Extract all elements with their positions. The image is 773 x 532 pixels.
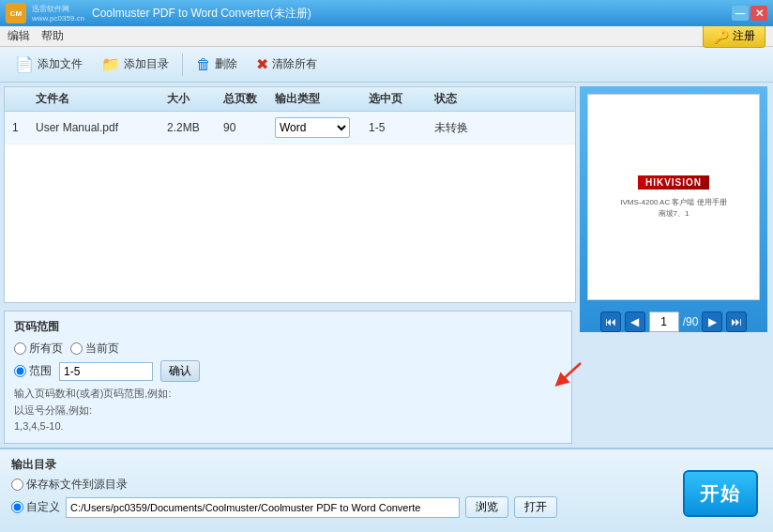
col-header-status: 状态 bbox=[427, 91, 493, 107]
range-radio-label[interactable]: 范围 bbox=[14, 363, 52, 379]
pagerange-hint: 输入页码数和(或者)页码范围,例如: 以逗号分隔,例如: 1,3,4,5-10. bbox=[14, 386, 562, 435]
pagerange-title: 页码范围 bbox=[14, 319, 562, 335]
menubar: 编辑 帮助 🔑 注册 bbox=[0, 26, 773, 47]
current-page-radio[interactable] bbox=[70, 342, 83, 355]
clear-all-button[interactable]: ✖ 清除所有 bbox=[249, 52, 325, 77]
output-dir-title: 输出目录 bbox=[11, 457, 762, 473]
delete-label: 删除 bbox=[215, 56, 237, 72]
add-file-button[interactable]: 📄 添加文件 bbox=[8, 52, 90, 77]
first-page-button[interactable]: ⏮ bbox=[600, 312, 621, 332]
file-table-panel: 文件名 大小 总页数 输出类型 选中页 状态 1 User Manual.pdf… bbox=[4, 86, 576, 303]
last-page-button[interactable]: ⏭ bbox=[726, 312, 747, 332]
col-header-pages: 总页数 bbox=[216, 91, 267, 107]
col-header-name: 文件名 bbox=[28, 91, 159, 107]
total-pages-label: /90 bbox=[683, 315, 699, 328]
delete-icon: 🗑 bbox=[196, 56, 211, 73]
all-pages-radio-label[interactable]: 所有页 bbox=[14, 341, 63, 357]
app-logo: CM bbox=[6, 3, 26, 23]
pagerange-panel: 页码范围 所有页 当前页 范围 bbox=[4, 311, 572, 444]
custom-label: 自定义 bbox=[26, 499, 60, 515]
col-header-type: 输出类型 bbox=[267, 91, 361, 107]
save-to-source-radio[interactable] bbox=[11, 479, 23, 491]
menu-help[interactable]: 帮助 bbox=[41, 28, 64, 44]
current-page-label: 当前页 bbox=[85, 341, 119, 357]
row-size: 2.2MB bbox=[159, 121, 216, 134]
next-page-button[interactable]: ▶ bbox=[702, 312, 722, 332]
toolbar-divider bbox=[182, 53, 183, 76]
register-label: 注册 bbox=[733, 28, 755, 44]
save-to-source-row: 保存标文件到源目录 bbox=[11, 477, 762, 493]
middle-row: 文件名 大小 总页数 输出类型 选中页 状态 1 User Manual.pdf… bbox=[0, 83, 773, 448]
left-panel: 文件名 大小 总页数 输出类型 选中页 状态 1 User Manual.pdf… bbox=[0, 83, 576, 448]
clear-label: 清除所有 bbox=[272, 56, 317, 72]
range-input[interactable] bbox=[59, 362, 153, 381]
file-table-header: 文件名 大小 总页数 输出类型 选中页 状态 bbox=[5, 87, 575, 112]
titlebar: CM 迅雷软件网 www.pc0359.cn Coolmuster PDF to… bbox=[0, 0, 773, 26]
delete-button[interactable]: 🗑 删除 bbox=[189, 53, 245, 77]
watermark-line2: www.pc0359.cn bbox=[32, 14, 84, 23]
pagerange-range-row: 范围 确认 bbox=[14, 360, 562, 382]
confirm-button[interactable]: 确认 bbox=[160, 360, 200, 382]
window-title: Coolmuster PDF to Word Converter(未注册) bbox=[92, 6, 732, 22]
table-row: 1 User Manual.pdf 2.2MB 90 Word Excel PP… bbox=[5, 112, 575, 144]
row-status: 未转换 bbox=[427, 120, 493, 136]
custom-radio[interactable] bbox=[11, 501, 23, 513]
minimize-button[interactable]: — bbox=[732, 6, 749, 21]
add-file-icon: 📄 bbox=[15, 55, 34, 73]
add-file-label: 添加文件 bbox=[38, 56, 83, 72]
add-folder-icon: 📁 bbox=[101, 55, 120, 73]
row-num: 1 bbox=[5, 121, 28, 134]
all-pages-label: 所有页 bbox=[29, 341, 63, 357]
hikvision-logo: HIKVISION bbox=[638, 175, 709, 190]
output-path-input[interactable] bbox=[66, 497, 460, 518]
pagerange-options-row: 所有页 当前页 bbox=[14, 341, 562, 357]
all-pages-radio[interactable] bbox=[14, 342, 26, 355]
app-window: CM 迅雷软件网 www.pc0359.cn Coolmuster PDF to… bbox=[0, 0, 773, 532]
browse-button[interactable]: 浏览 bbox=[465, 496, 508, 518]
preview-image: HIKVISION IVMS-4200 AC 客户端 使用手册 南坡7、1 bbox=[587, 94, 760, 300]
clear-icon: ✖ bbox=[256, 55, 268, 73]
col-header-num bbox=[5, 91, 28, 107]
row-pages: 90 bbox=[216, 121, 267, 134]
close-button[interactable]: ✕ bbox=[750, 6, 767, 21]
preview-panel: HIKVISION IVMS-4200 AC 客户端 使用手册 南坡7、1 ⏮ … bbox=[576, 83, 773, 448]
preview-content: HIKVISION IVMS-4200 AC 客户端 使用手册 南坡7、1 bbox=[588, 166, 759, 227]
col-header-selpage: 选中页 bbox=[361, 91, 427, 107]
preview-doc-version: 南坡7、1 bbox=[598, 208, 750, 219]
current-page-radio-label[interactable]: 当前页 bbox=[70, 341, 119, 357]
row-filename: User Manual.pdf bbox=[28, 121, 159, 134]
save-to-source-label[interactable]: 保存标文件到源目录 bbox=[11, 477, 128, 493]
col-header-size: 大小 bbox=[159, 91, 216, 107]
watermark-line1: 迅雷软件网 bbox=[32, 4, 84, 14]
open-button[interactable]: 打开 bbox=[514, 496, 557, 518]
custom-dir-row: 自定义 浏览 打开 bbox=[11, 496, 762, 518]
range-radio[interactable] bbox=[14, 365, 26, 377]
page-number-input[interactable] bbox=[649, 312, 679, 332]
output-type-select[interactable]: Word Excel PPT HTML Text bbox=[275, 117, 350, 138]
menu-edit[interactable]: 编辑 bbox=[8, 28, 30, 44]
preview-nav: ⏮ ◀ /90 ▶ ⏭ bbox=[600, 312, 748, 332]
row-type: Word Excel PPT HTML Text bbox=[267, 117, 361, 138]
toolbar: 📄 添加文件 📁 添加目录 🗑 删除 ✖ 清除所有 bbox=[0, 47, 773, 83]
custom-radio-label[interactable]: 自定义 bbox=[11, 499, 60, 515]
start-button[interactable]: 开始 bbox=[683, 470, 758, 517]
output-dir-panel: 输出目录 保存标文件到源目录 自定义 浏览 打开 开始 bbox=[0, 448, 773, 532]
range-label: 范围 bbox=[29, 363, 52, 379]
prev-page-button[interactable]: ◀ bbox=[625, 312, 645, 332]
add-folder-label: 添加目录 bbox=[124, 56, 169, 72]
preview-area: HIKVISION IVMS-4200 AC 客户端 使用手册 南坡7、1 ⏮ … bbox=[580, 86, 767, 332]
save-to-source-text: 保存标文件到源目录 bbox=[26, 477, 128, 493]
row-selpage: 1-5 bbox=[361, 121, 427, 134]
add-folder-button[interactable]: 📁 添加目录 bbox=[94, 52, 176, 77]
register-button[interactable]: 🔑 注册 bbox=[703, 24, 765, 48]
preview-doc-model: IVMS-4200 AC 客户端 使用手册 bbox=[598, 197, 750, 207]
